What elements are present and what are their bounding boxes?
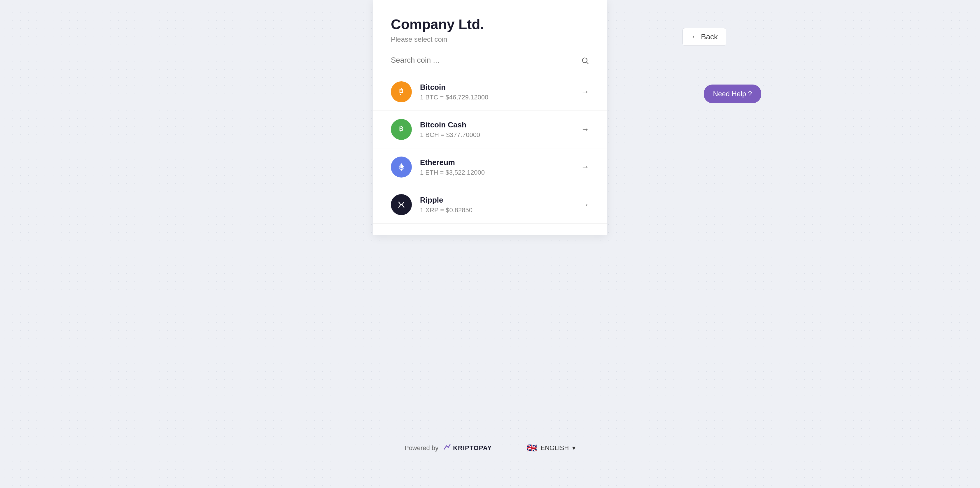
svg-point-0 — [582, 58, 587, 62]
svg-marker-3 — [401, 163, 404, 168]
bch-price: 1 BCH = $377.70000 — [420, 131, 581, 139]
eth-info: Ethereum 1 ETH = $3,522.12000 — [420, 158, 581, 176]
coin-item-btc[interactable]: Bitcoin 1 BTC = $46,729.12000 → — [373, 73, 607, 111]
xrp-arrow-icon: → — [581, 200, 589, 209]
flag-icon: 🇬🇧 — [527, 443, 537, 453]
need-help-button[interactable]: Need Help ? — [704, 84, 761, 103]
powered-by-label: Powered by — [404, 444, 438, 452]
arrow-left-icon: ← — [691, 32, 698, 41]
coin-item-eth[interactable]: Ethereum 1 ETH = $3,522.12000 → — [373, 148, 607, 186]
btc-name: Bitcoin — [420, 83, 581, 92]
coin-list: Bitcoin 1 BTC = $46,729.12000 → Bitcoin … — [373, 73, 607, 224]
svg-line-7 — [402, 202, 404, 205]
xrp-icon — [391, 194, 412, 215]
need-help-label: Need Help ? — [713, 90, 752, 98]
eth-arrow-icon: → — [581, 162, 589, 172]
search-input[interactable] — [391, 52, 589, 68]
card-header: Company Ltd. Please select coin — [373, 0, 607, 49]
search-container — [391, 52, 589, 73]
coin-item-xrp[interactable]: Ripple 1 XRP = $0.82850 → — [373, 186, 607, 224]
language-selector[interactable]: 🇬🇧 ENGLISH ▾ — [527, 443, 576, 453]
bch-icon — [391, 119, 412, 140]
btc-arrow-icon: → — [581, 87, 589, 97]
xrp-name: Ripple — [420, 196, 581, 205]
xrp-info: Ripple 1 XRP = $0.82850 — [420, 196, 581, 214]
back-label: Back — [701, 32, 718, 41]
btc-price: 1 BTC = $46,729.12000 — [420, 94, 581, 101]
powered-by: Powered by KRIPTOPAY — [404, 443, 492, 453]
language-label: ENGLISH — [541, 444, 569, 452]
eth-icon — [391, 157, 412, 178]
svg-line-8 — [399, 205, 401, 207]
chevron-down-icon: ▾ — [572, 444, 576, 452]
btc-icon — [391, 81, 412, 102]
eth-price: 1 ETH = $3,522.12000 — [420, 169, 581, 176]
card-title: Company Ltd. — [391, 16, 589, 32]
kriptopay-icon — [443, 443, 451, 453]
svg-point-10 — [401, 204, 402, 205]
search-icon — [581, 57, 589, 67]
kriptopay-name: KRIPTOPAY — [453, 444, 492, 452]
bch-arrow-icon: → — [581, 125, 589, 134]
btc-info: Bitcoin 1 BTC = $46,729.12000 — [420, 83, 581, 101]
svg-line-9 — [402, 205, 404, 207]
bch-name: Bitcoin Cash — [420, 121, 581, 129]
eth-name: Ethereum — [420, 158, 581, 167]
coin-item-bch[interactable]: Bitcoin Cash 1 BCH = $377.70000 → — [373, 111, 607, 148]
xrp-price: 1 XRP = $0.82850 — [420, 207, 581, 214]
svg-line-6 — [399, 202, 401, 205]
main-card: Company Ltd. Please select coin Bitcoin … — [373, 0, 607, 235]
footer: Powered by KRIPTOPAY 🇬🇧 ENGLISH ▾ — [404, 443, 576, 453]
bch-info: Bitcoin Cash 1 BCH = $377.70000 — [420, 121, 581, 139]
svg-line-1 — [587, 62, 588, 64]
card-subtitle: Please select coin — [391, 35, 589, 43]
kriptopay-logo: KRIPTOPAY — [443, 443, 492, 453]
back-button[interactable]: ← Back — [682, 28, 726, 46]
